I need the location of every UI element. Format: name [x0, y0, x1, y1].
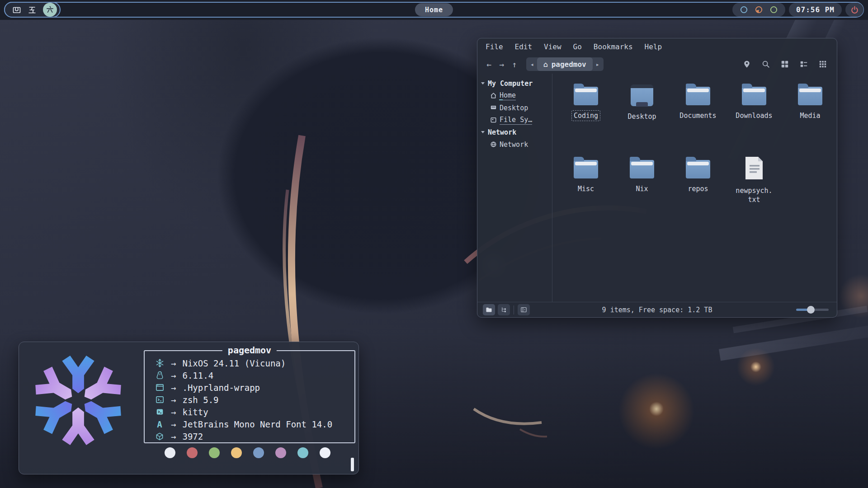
file-item-misc[interactable]: Misc: [558, 156, 614, 229]
fastfetch-row-shell: → zsh 5.9: [154, 394, 354, 406]
list-view-icon[interactable]: [800, 60, 808, 68]
compact-view-icon[interactable]: [819, 60, 827, 68]
path-scroll-left-icon[interactable]: ◂: [527, 61, 537, 68]
location-pin-icon[interactable]: [743, 60, 751, 68]
arrow-icon: →: [171, 383, 176, 393]
sidebar-section-my-computer[interactable]: My Computer: [481, 77, 549, 89]
sidebar-item-network[interactable]: Network: [481, 138, 549, 150]
fastfetch-row-packages: → 3972: [154, 430, 354, 442]
folder-pane-icon: [486, 306, 492, 313]
sidebar-item-desktop[interactable]: Desktop: [481, 102, 549, 114]
menu-go[interactable]: Go: [573, 42, 582, 51]
cjk-six-icon: [46, 5, 54, 14]
menu-bar: File Edit View Go Bookmarks Help: [477, 38, 837, 55]
path-bar: ◂ ⌂ pagedmov ▸: [526, 57, 604, 71]
tray-green-circle-icon[interactable]: [769, 5, 778, 14]
file-item-documents[interactable]: Documents: [670, 83, 726, 156]
terminal-window: pagedmov → NixOS 24.11 (Vicuna) →: [19, 342, 359, 474]
file-item-repos[interactable]: repos: [670, 156, 726, 229]
palette-dot: [165, 447, 175, 458]
file-item-media[interactable]: Media: [782, 83, 837, 156]
file-label: Nix: [633, 183, 650, 194]
up-button[interactable]: ↑: [508, 60, 521, 69]
power-button[interactable]: [845, 3, 863, 17]
workspace-switcher: [4, 2, 61, 18]
file-label: Downloads: [733, 110, 774, 121]
file-item-desktop[interactable]: Desktop: [614, 83, 670, 156]
menu-edit[interactable]: Edit: [515, 42, 533, 51]
file-item-nix[interactable]: Nix: [614, 156, 670, 229]
sidebar-section-network[interactable]: Network: [481, 126, 549, 138]
clock: 07:56 PM: [789, 3, 842, 17]
search-icon[interactable]: [762, 60, 770, 68]
folder-icon: [574, 87, 598, 105]
toggle-side-pane-button[interactable]: [518, 304, 530, 315]
folder-icon: [798, 87, 822, 105]
back-button[interactable]: ←: [483, 60, 495, 69]
system-tray: [732, 3, 785, 17]
fastfetch-row-font: A → JetBrains Mono Nerd Font 14.0: [154, 418, 354, 430]
file-item-coding[interactable]: Coding: [558, 83, 614, 156]
home-icon: [490, 92, 497, 99]
globe-icon: [490, 141, 497, 148]
arrow-icon: →: [171, 407, 176, 417]
shell-value: zsh 5.9: [182, 395, 218, 405]
tray-orange-pie-icon[interactable]: [755, 5, 763, 14]
terminal-cursor: [351, 458, 354, 471]
terminal-value: kitty: [182, 407, 208, 417]
palette-dot: [231, 447, 242, 458]
palette-dot: [275, 447, 286, 458]
folder-icon: [574, 160, 598, 178]
tree-pane-button[interactable]: [498, 304, 510, 315]
toolbar: ← → ↑ ◂ ⌂ pagedmov ▸: [477, 55, 837, 74]
tray-blue-circle-icon[interactable]: [740, 5, 748, 14]
nixos-icon: [154, 359, 165, 367]
file-label: Media: [797, 110, 822, 121]
desktop-folder-icon: [631, 84, 653, 106]
file-item-downloads[interactable]: Downloads: [726, 83, 782, 156]
workspace-5[interactable]: [28, 5, 37, 14]
directory-tree-icon: [500, 306, 507, 313]
packages-icon: [154, 432, 165, 441]
sidebar-item-home[interactable]: Home: [481, 89, 549, 102]
section-label: My Computer: [488, 80, 533, 88]
kernel-value: 6.11.4: [182, 371, 213, 380]
icon-view-icon[interactable]: [781, 60, 789, 68]
file-item-newpsych-txt[interactable]: newpsych.txt: [726, 156, 782, 229]
packages-value: 3972: [182, 432, 203, 441]
menu-view[interactable]: View: [544, 42, 561, 51]
palette-dot: [253, 447, 264, 458]
status-bar: Home 07:56 PM: [0, 0, 868, 20]
file-label: Misc: [576, 183, 596, 194]
font-icon: A: [154, 419, 165, 429]
fastfetch-row-terminal: → kitty: [154, 406, 354, 418]
cjk-five-icon: [28, 5, 37, 14]
fastfetch-row-wm: → .Hyprland-wrapp: [154, 381, 354, 394]
path-segment-home[interactable]: ⌂ pagedmov: [537, 57, 593, 71]
wm-value: .Hyprland-wrapp: [182, 383, 260, 393]
folder-icon: [686, 87, 710, 105]
menu-file[interactable]: File: [486, 42, 503, 51]
forward-button[interactable]: →: [495, 60, 508, 69]
slider-handle[interactable]: [807, 306, 815, 314]
workspace-6-active[interactable]: [43, 3, 57, 17]
sidebar-item-label: Desktop: [500, 104, 528, 112]
sidebar-item-file-system[interactable]: File Sy…: [481, 114, 549, 126]
drive-icon: [490, 117, 497, 123]
terminal-color-palette: [165, 447, 330, 458]
text-file-icon: [744, 156, 764, 180]
section-label: Network: [488, 128, 516, 136]
status-bar-fm: 9 items, Free space: 1.2 TB: [477, 302, 837, 317]
menu-bookmarks[interactable]: Bookmarks: [594, 42, 633, 51]
path-scroll-right-icon[interactable]: ▸: [593, 61, 603, 68]
places-pane-button[interactable]: [483, 304, 495, 315]
path-label: pagedmov: [552, 60, 586, 69]
zoom-slider[interactable]: [796, 306, 829, 314]
menu-help[interactable]: Help: [645, 42, 662, 51]
topbar-right-cluster: 07:56 PM: [732, 3, 863, 17]
side-pane-icon: [520, 306, 527, 313]
fastfetch-row-os: → NixOS 24.11 (Vicuna): [154, 357, 354, 369]
workspace-4[interactable]: [12, 5, 21, 14]
arrow-icon: →: [171, 432, 176, 441]
fastfetch-box: pagedmov → NixOS 24.11 (Vicuna) →: [144, 350, 355, 443]
